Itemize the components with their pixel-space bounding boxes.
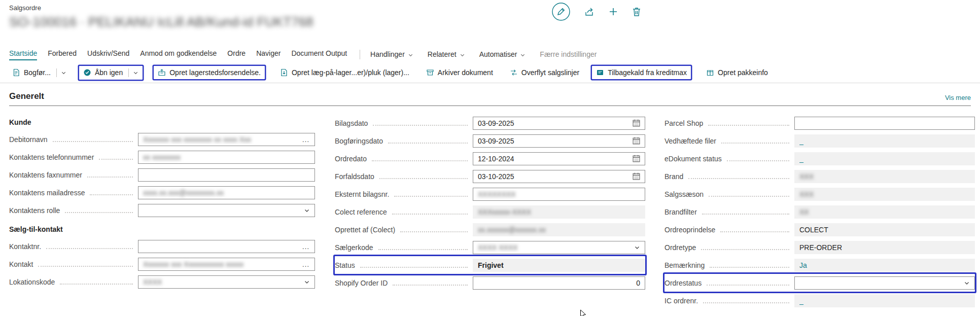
bogfoer-button[interactable]: Bogfør... [8,66,71,80]
field-label: Kontaktens rolle [9,206,60,215]
sales-order-page: Salgsordre SO-100016 · PELIKANU IcLill A… [0,0,980,316]
bogfoeringsdato-input[interactable]: 03-09-2025 [473,134,645,148]
dotted-leader [727,160,789,161]
chevron-down-icon[interactable] [304,279,310,285]
field-label: Debitornavn [9,135,48,144]
dotted-leader [708,125,789,126]
delete-icon[interactable] [632,6,642,17]
calendar-icon[interactable] [633,137,640,145]
tab-startside[interactable]: Startside [9,49,37,60]
kontaktnr-input[interactable] [138,240,315,253]
kontaktens-mailadresse-input[interactable]: xxxx.xx.xxx@xxxxxxxx.xx [138,186,315,199]
bemaerkning-field[interactable]: Ja [794,259,975,272]
ordrestatus-select[interactable] [794,276,975,290]
dotted-leader [703,302,789,303]
tab-naviger[interactable]: Naviger [256,49,281,60]
field-row-vedhaeftede-filer: Vedhæftede filer _ [664,132,975,150]
menu-handlinger[interactable]: Handlinger [370,50,413,60]
saelgerkode-select[interactable]: XXXX XXXX [473,241,645,254]
tab-ordre[interactable]: Ordre [227,49,246,60]
lokationskode-select[interactable]: XXXX [138,275,315,289]
share-icon[interactable] [584,6,595,17]
ic-ordrenr-field[interactable]: _ [794,294,975,307]
field-label: Salgssæson [664,190,704,198]
overflyt-salgslinjer-button[interactable]: Overflyt salgslinjer [506,66,583,79]
opret-lagerstedsforsendelse-button[interactable]: Opret lagerstedsforsendelse. [154,66,265,79]
oprettet-af-colect-field: xx.xxxxxx@xxxxxx.xx [473,223,645,236]
general-section-header: Generelt Vis mere [9,91,971,106]
dotted-leader [60,284,133,285]
vedhaeftede-filer-field[interactable]: _ [794,134,975,148]
menu-relateret[interactable]: Relateret [428,50,465,60]
menu-automatiser[interactable]: Automatiser [479,50,526,60]
tab-document-output[interactable]: Document Output [291,49,347,60]
field-row-shopify-order-id: Shopify Order ID 0 [335,274,645,292]
field-label: Kontakt [9,260,33,268]
chevron-down-icon [61,70,66,76]
forfaldsdato-input[interactable]: 03-10-2025 [473,170,645,183]
add-icon[interactable] [608,7,618,17]
tab-forbered[interactable]: Forbered [48,49,77,60]
kontakt-input[interactable]: Xxxxxxx xxx Xxxxxxxxxxx xxxxx [138,258,315,271]
page-toolbar [551,1,642,22]
transfer-lines-icon [510,68,518,77]
field-label: Bemærkning [664,261,705,269]
general-column-middle: Bilagsdato 03-09-2025 Bogføringsdato 03-… [335,114,645,292]
more-options-icon[interactable] [302,137,310,142]
chevron-down-icon [460,52,465,58]
field-row-eksternt-bilagsnr: Eksternt bilagsnr. XXXXXXXX [335,185,645,203]
opret-laeg-paa-lager-pluk-button[interactable]: Opret læg-på-lager...er)/pluk (lager)... [276,66,413,79]
opret-pakkeinfo-button[interactable]: Opret pakkeinfo [702,66,772,79]
calendar-icon[interactable] [633,172,640,180]
dotted-leader [702,214,789,215]
field-label: Bogføringsdato [335,137,383,145]
bilagsdato-input[interactable]: 03-09-2025 [473,117,645,130]
tab-anmod-om-godkendelse[interactable]: Anmod om godkendelse [140,49,217,60]
show-more-link[interactable]: Vis mere [945,94,971,101]
field-row-bemaerkning: Bemærkning Ja [664,256,975,274]
field-label: Kontaktens telefonnummer [9,153,94,161]
field-label: Kontaktens mailadresse [9,189,85,197]
parcel-shop-input[interactable] [794,117,975,130]
field-label: Sælgerkode [335,243,373,252]
aabn-igen-button[interactable]: Åbn igen [79,66,143,80]
edit-icon[interactable] [551,2,571,21]
chevron-down-icon[interactable] [634,244,640,251]
field-row-bilagsdato: Bilagsdato 03-09-2025 [335,114,645,132]
dotted-leader [720,231,789,232]
field-label: Kontaktens faxnummer [9,171,82,179]
dotted-leader [373,125,468,126]
dotted-leader [394,196,468,197]
dotted-leader [53,141,133,142]
fewer-settings-toggle[interactable]: Færre indstillinger [540,50,597,60]
dotted-leader [688,178,789,179]
eksternt-bilagsnr-input[interactable]: XXXXXXXX [473,188,645,201]
field-row-ordretype: Ordretype PRE-ORDER [664,238,975,256]
field-row-kontaktens-rolle: Kontaktens rolle [9,201,315,219]
more-options-icon[interactable] [302,262,310,267]
section-title[interactable]: Generelt [9,91,44,101]
arkiver-dokument-button[interactable]: Arkiver dokument [422,66,497,79]
ordretype-field: PRE-ORDER [794,241,975,254]
field-row-colect-reference: Colect reference XXXxxxxx-XXXX [335,203,645,221]
more-options-icon[interactable] [302,244,310,249]
calendar-icon[interactable] [633,155,640,162]
kontaktens-rolle-select[interactable] [138,204,315,217]
tab-udskriv-send[interactable]: Udskriv/Send [87,49,129,60]
kontaktens-faxnummer-input[interactable] [138,168,315,182]
ordredato-input[interactable]: 12-10-2024 [473,152,645,165]
kontaktens-telefonnummer-input[interactable]: xx xxxxxxxx [138,151,315,164]
dotted-leader [379,178,468,179]
page-title: SO-100016 · PELIKANU IcLill AB/Kund-id F… [9,14,313,30]
debitornavn-input[interactable]: Xxxxxxx xxx xxxxxxxx xx xxxx Xxx [138,133,315,146]
tilbagekald-fra-kreditmax-button[interactable]: Tilbagekald fra kreditmax [592,66,691,79]
field-label: Status [335,261,355,269]
shopify-order-id-input[interactable]: 0 [473,276,645,290]
field-label: Eksternt bilagsnr. [335,190,389,198]
field-label: Parcel Shop [664,119,703,127]
chevron-down-icon[interactable] [964,280,970,286]
edokument-status-field[interactable]: _ [794,152,975,165]
chevron-down-icon[interactable] [304,207,310,214]
calendar-icon[interactable] [633,119,640,127]
brandfilter-field: XX [794,205,975,219]
